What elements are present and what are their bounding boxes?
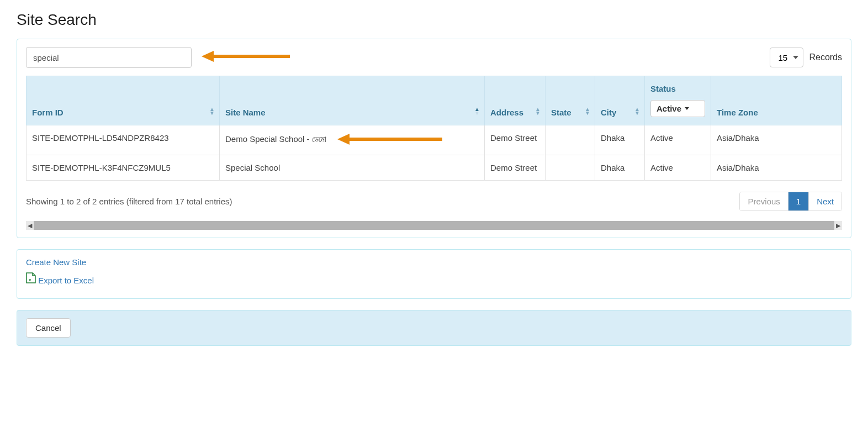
actions-panel: Create New Site x Export to Excel	[17, 249, 851, 299]
col-header-state[interactable]: State ▲▼	[546, 76, 595, 125]
svg-marker-1	[202, 51, 214, 62]
col-header-time-zone[interactable]: Time Zone	[711, 76, 842, 125]
results-table: Form ID ▲▼ Site Name ▲▼ Address ▲▼ State…	[26, 76, 842, 181]
sort-icon: ▲▼	[634, 108, 640, 115]
table-row[interactable]: SITE-DEMOTPHL-LD54NDPZR8423 Demo Special…	[27, 125, 842, 155]
cell-form-id: SITE-DEMOTPHL-K3F4NFCZ9MUL5	[27, 155, 220, 181]
horizontal-scrollbar[interactable]: ◀ ▶	[26, 221, 842, 230]
cell-status: Active	[645, 155, 711, 181]
records-label: Records	[809, 52, 842, 62]
cell-address: Demo Street	[485, 125, 546, 155]
pagination: Previous 1 Next	[739, 192, 842, 211]
cell-state	[546, 155, 595, 181]
page-1-button[interactable]: 1	[788, 192, 808, 210]
cell-state	[546, 125, 595, 155]
records-per-page-select[interactable]: 15	[770, 48, 803, 67]
col-header-form-id[interactable]: Form ID ▲▼	[27, 76, 220, 125]
svg-text:x: x	[29, 277, 31, 282]
chevron-down-icon	[685, 107, 689, 110]
col-header-address[interactable]: Address ▲▼	[485, 76, 546, 125]
status-filter-dropdown[interactable]: Active	[650, 100, 705, 117]
footer-panel: Cancel	[17, 310, 851, 346]
svg-marker-3	[337, 134, 350, 145]
next-page-button[interactable]: Next	[808, 192, 841, 210]
cell-city: Dhaka	[595, 155, 645, 181]
previous-page-button[interactable]: Previous	[740, 192, 787, 210]
annotation-arrow-icon	[202, 50, 290, 65]
col-header-site-name[interactable]: Site Name ▲▼	[220, 76, 485, 125]
search-panel: 15 Records Form ID ▲▼ Site Name ▲▼ Addre…	[17, 39, 851, 238]
page-title: Site Search	[17, 11, 851, 29]
cell-form-id: SITE-DEMOTPHL-LD54NDPZR8423	[27, 125, 220, 155]
excel-file-icon: x	[26, 276, 38, 285]
table-row[interactable]: SITE-DEMOTPHL-K3F4NFCZ9MUL5 Special Scho…	[27, 155, 842, 181]
export-to-excel-link[interactable]: x Export to Excel	[26, 272, 842, 285]
cell-site-name: Special School	[220, 155, 485, 181]
cell-city: Dhaka	[595, 125, 645, 155]
sort-asc-icon: ▲▼	[474, 108, 480, 115]
col-header-city[interactable]: City ▲▼	[595, 76, 645, 125]
scroll-right-icon[interactable]: ▶	[834, 221, 842, 230]
col-header-status[interactable]: Status Active	[645, 76, 711, 125]
cell-status: Active	[645, 125, 711, 155]
cell-site-name: Demo Special School - ডেমো	[220, 125, 485, 155]
search-input[interactable]	[26, 47, 192, 68]
cancel-button[interactable]: Cancel	[26, 318, 71, 338]
sort-icon: ▲▼	[585, 108, 590, 115]
cell-time-zone: Asia/Dhaka	[711, 155, 842, 181]
sort-icon: ▲▼	[209, 108, 215, 115]
table-info-text: Showing 1 to 2 of 2 entries (filtered fr…	[26, 197, 232, 206]
cell-address: Demo Street	[485, 155, 546, 181]
scroll-left-icon[interactable]: ◀	[26, 221, 34, 230]
create-new-site-link[interactable]: Create New Site	[26, 257, 842, 267]
annotation-arrow-icon	[337, 138, 442, 147]
cell-time-zone: Asia/Dhaka	[711, 125, 842, 155]
sort-icon: ▲▼	[535, 108, 541, 115]
